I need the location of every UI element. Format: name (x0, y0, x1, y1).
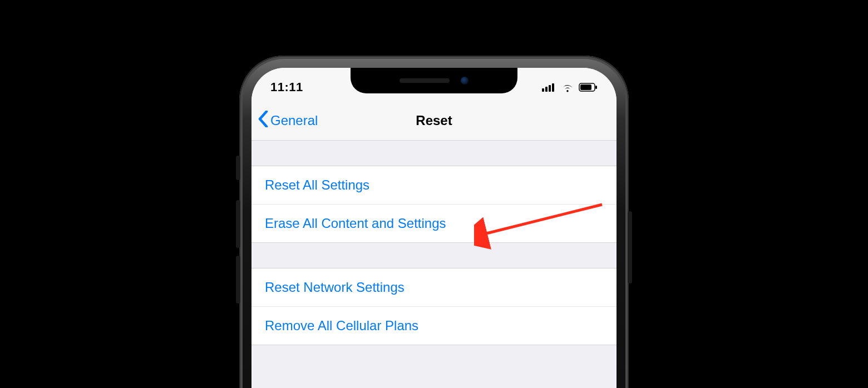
reset-network-settings[interactable]: Reset Network Settings (251, 268, 617, 307)
group-0: Reset All Settings Erase All Content and… (251, 166, 617, 243)
svg-rect-0 (542, 88, 544, 92)
battery-icon (579, 83, 598, 92)
chevron-left-icon (258, 111, 268, 131)
svg-rect-1 (545, 87, 548, 92)
back-button[interactable]: General (258, 111, 318, 131)
page-title: Reset (416, 113, 452, 128)
group-1: Reset Network Settings Remove All Cellul… (251, 268, 617, 345)
status-time: 11:11 (270, 80, 303, 94)
screen: 11:11 (251, 68, 617, 388)
back-label: General (270, 113, 318, 128)
nav-bar: General Reset (251, 101, 617, 141)
svg-rect-3 (552, 83, 554, 92)
stage: 11:11 (0, 0, 868, 388)
svg-rect-6 (595, 86, 597, 89)
volume-down-button (236, 256, 240, 304)
remove-cellular-plans[interactable]: Remove All Cellular Plans (251, 306, 617, 345)
content: Reset All Settings Erase All Content and… (251, 141, 617, 388)
notch (351, 68, 517, 93)
svg-rect-2 (549, 85, 551, 92)
erase-all-content[interactable]: Erase All Content and Settings (251, 204, 617, 243)
side-button (628, 211, 632, 283)
wifi-icon (561, 82, 574, 92)
mute-switch (236, 156, 240, 180)
front-camera (461, 77, 468, 84)
svg-rect-5 (580, 84, 591, 90)
cell-label: Reset Network Settings (265, 280, 405, 295)
cell-label: Remove All Cellular Plans (265, 318, 418, 333)
volume-up-button (236, 200, 240, 248)
cell-label: Reset All Settings (265, 177, 369, 192)
speaker (400, 78, 450, 83)
cellular-icon (542, 83, 556, 92)
phone-frame: 11:11 (239, 56, 629, 388)
cell-label: Erase All Content and Settings (265, 216, 446, 231)
reset-all-settings[interactable]: Reset All Settings (251, 166, 617, 205)
status-icons (542, 82, 598, 92)
